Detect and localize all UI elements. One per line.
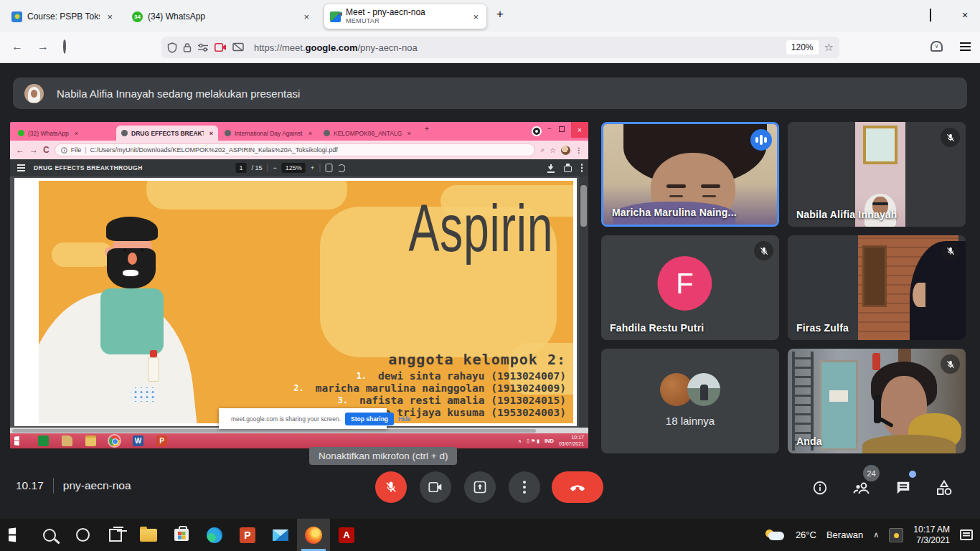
- shield-icon[interactable]: [167, 42, 177, 53]
- shared-tab-active[interactable]: DRUG EFFECTS BREAKTHROUGH ×: [116, 126, 218, 141]
- chrome-menu-icon[interactable]: ⋮: [575, 146, 583, 154]
- pdf-fit-page-icon[interactable]: [325, 164, 332, 172]
- shared-new-tab-button[interactable]: +: [425, 125, 429, 133]
- shared-restore-button[interactable]: [559, 126, 565, 132]
- chrome-app-icon[interactable]: [109, 435, 120, 446]
- lock-icon[interactable]: [183, 42, 192, 53]
- bookmark-star-icon[interactable]: ☆: [824, 41, 834, 54]
- present-button[interactable]: [464, 471, 496, 503]
- camera-toggle-button[interactable]: [420, 471, 451, 503]
- tray-app-icon[interactable]: [889, 528, 903, 542]
- language-indicator[interactable]: IND: [545, 438, 554, 444]
- menu-hamburger-icon[interactable]: [960, 42, 971, 44]
- close-tab-icon[interactable]: ×: [75, 130, 78, 137]
- back-button[interactable]: ←: [16, 145, 24, 155]
- start-button-icon[interactable]: [14, 435, 25, 446]
- shared-close-button[interactable]: ×: [571, 122, 588, 138]
- tile-nabila[interactable]: Nabila Alifia Innayah: [788, 122, 966, 227]
- tile-firas[interactable]: Firas Zulfa: [788, 235, 966, 340]
- camera-in-use-icon[interactable]: [215, 43, 227, 52]
- pdf-more-icon[interactable]: [581, 164, 583, 166]
- close-tab-icon[interactable]: ×: [308, 130, 312, 137]
- action-center-icon[interactable]: [960, 529, 973, 540]
- pdf-page-current[interactable]: 1: [235, 163, 246, 173]
- pdf-download-icon[interactable]: [547, 164, 555, 171]
- close-tab-icon[interactable]: ×: [471, 11, 481, 22]
- powerpoint-app-icon[interactable]: P: [156, 435, 167, 446]
- forward-button[interactable]: →: [37, 40, 49, 53]
- pdf-zoom-in-button[interactable]: +: [311, 164, 314, 171]
- pdf-menu-icon[interactable]: [17, 164, 25, 166]
- pocket-icon[interactable]: ∧: [930, 41, 943, 52]
- reload-button[interactable]: C: [43, 145, 50, 155]
- tile-maricha[interactable]: Maricha Marulina Naing...: [601, 122, 779, 227]
- taskbar-search-button[interactable]: [33, 519, 66, 551]
- close-tab-icon[interactable]: ×: [105, 11, 115, 22]
- shared-url-field[interactable]: File | C:/Users/myUnit/Downloads/KELOMPO…: [55, 143, 536, 156]
- shared-tab-whatsapp[interactable]: (32) WhatsApp ×: [13, 126, 115, 141]
- chat-button[interactable]: [894, 479, 913, 497]
- tile-fahdila[interactable]: F Fahdila Restu Putri: [601, 235, 779, 340]
- pdf-zoom-out-button[interactable]: −: [273, 164, 277, 171]
- tile-others[interactable]: 18 lainnya: [601, 349, 779, 453]
- window-restore-button[interactable]: [925, 10, 936, 20]
- close-tab-icon[interactable]: ×: [301, 11, 311, 22]
- permissions-icon[interactable]: [197, 43, 209, 52]
- shared-screen[interactable]: (32) WhatsApp × DRUG EFFECTS BREAKTHROUG…: [10, 122, 588, 448]
- system-clock[interactable]: 10:17 AM 7/3/2021: [913, 524, 950, 546]
- tab-whatsapp[interactable]: 34 (34) WhatsApp ×: [126, 4, 317, 29]
- window-close-button[interactable]: ×: [960, 10, 970, 20]
- close-tab-icon[interactable]: ×: [209, 130, 213, 137]
- screenshare-blocked-icon[interactable]: [232, 42, 244, 52]
- hidden-icons-chevron[interactable]: ∧: [873, 530, 879, 540]
- url-text[interactable]: https://meet.google.com/pny-aecn-noa: [254, 42, 781, 53]
- activities-button[interactable]: [935, 479, 953, 497]
- pdf-vertical-scrollbar[interactable]: [579, 176, 588, 428]
- zoom-search-icon[interactable]: ⌕: [540, 146, 545, 154]
- pdf-rotate-icon[interactable]: [337, 164, 345, 172]
- shared-minimize-button[interactable]: −: [547, 125, 552, 133]
- mail-button[interactable]: [264, 519, 297, 551]
- powerpoint-button[interactable]: P: [231, 519, 264, 551]
- back-button[interactable]: ←: [11, 40, 23, 53]
- cortana-button[interactable]: [66, 519, 99, 551]
- start-button[interactable]: [0, 519, 33, 551]
- stop-sharing-button[interactable]: Stop sharing: [345, 413, 394, 425]
- more-options-button[interactable]: [509, 471, 540, 503]
- bookmark-star-icon[interactable]: ☆: [550, 146, 556, 154]
- weather-temp[interactable]: 26°C: [796, 529, 816, 540]
- task-view-button[interactable]: [99, 519, 132, 551]
- participants-button[interactable]: [852, 479, 871, 497]
- file-explorer-icon[interactable]: [85, 435, 96, 446]
- weather-cloud-icon[interactable]: [764, 529, 786, 541]
- meeting-details-button[interactable]: [811, 479, 829, 497]
- window-minimize-button[interactable]: [891, 10, 901, 20]
- weather-description[interactable]: Berawan: [826, 529, 863, 540]
- tab-meet-active[interactable]: Meet - pny-aecn-noa MEMUTAR ×: [324, 4, 486, 29]
- tray-chevron-icon[interactable]: ∧: [518, 438, 522, 444]
- forward-button[interactable]: →: [29, 145, 38, 155]
- reload-button[interactable]: [63, 40, 66, 53]
- new-tab-button[interactable]: +: [496, 7, 504, 22]
- hide-sharing-bar-link[interactable]: Hide: [398, 415, 410, 423]
- profile-avatar[interactable]: [561, 146, 570, 155]
- microsoft-store-button[interactable]: [165, 519, 198, 551]
- word-app-icon[interactable]: W: [133, 435, 143, 446]
- acrobat-button[interactable]: A: [330, 519, 363, 551]
- app-icon[interactable]: [62, 435, 72, 446]
- zoom-level-chip[interactable]: 120%: [786, 40, 819, 55]
- close-tab-icon[interactable]: ×: [407, 130, 411, 137]
- classroom-app-icon[interactable]: [38, 435, 49, 446]
- pdf-print-icon[interactable]: [564, 166, 572, 172]
- edge-button[interactable]: [198, 519, 231, 551]
- shared-tab-antalgin[interactable]: KELOMPOK06_ANTALGIN.pdf ×: [319, 126, 416, 141]
- file-explorer-button[interactable]: [132, 519, 165, 551]
- tile-anda[interactable]: Anda: [788, 349, 966, 453]
- firefox-button-active[interactable]: [297, 519, 330, 551]
- url-bar[interactable]: https://meet.google.com/pny-aecn-noa 120…: [161, 37, 839, 58]
- tab-course[interactable]: Course: PSPB Toksikologi A P.Bi ×: [6, 4, 121, 29]
- mic-toggle-button[interactable]: [375, 471, 407, 503]
- mic-muted-icon: [754, 241, 773, 260]
- shared-tab-drugday[interactable]: International Day Against Drug A ×: [220, 126, 317, 141]
- hangup-button[interactable]: [552, 471, 603, 503]
